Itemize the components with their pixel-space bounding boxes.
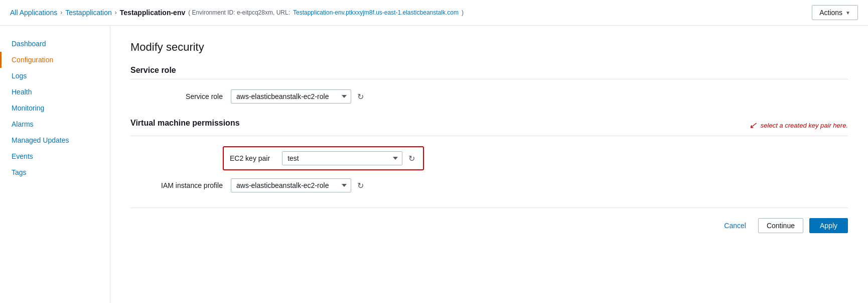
refresh-icon-ec2 [408,154,415,163]
iam-instance-profile-refresh-button[interactable] [355,179,366,192]
chevron-down-icon: ▼ [845,10,850,16]
ec2-key-pair-label: EC2 key pair [230,154,276,162]
breadcrumb-env-meta-suffix: ) [462,9,464,16]
continue-button[interactable]: Continue [758,218,803,233]
iam-instance-profile-select[interactable]: aws-elasticbeanstalk-ec2-role [231,178,351,192]
service-role-section: Service role Service role aws-elasticbea… [130,66,848,104]
iam-instance-profile-label: IAM instance profile [130,181,231,189]
vm-permissions-section: Virtual machine permissions ↙ select a c… [130,119,848,192]
breadcrumb-all-apps[interactable]: All Applications [10,9,57,17]
breadcrumb-env: Testapplication-env [120,9,185,17]
sidebar: Dashboard Configuration Logs Health Moni… [0,26,110,303]
service-role-row: Service role aws-elasticbeanstalk-ec2-ro… [130,89,848,104]
service-role-control: aws-elasticbeanstalk-ec2-role [231,89,366,104]
sidebar-item-monitoring[interactable]: Monitoring [0,100,110,116]
action-bar: Cancel Continue Apply [130,208,848,243]
ec2-key-pair-select[interactable]: test [282,151,402,165]
service-role-refresh-button[interactable] [355,90,366,104]
actions-button[interactable]: Actions ▼ [812,5,858,20]
ec2-key-pair-refresh-button[interactable] [406,152,417,165]
sidebar-item-managed-updates[interactable]: Managed Updates [0,132,110,148]
main-layout: Dashboard Configuration Logs Health Moni… [0,26,868,303]
sidebar-item-dashboard[interactable]: Dashboard [0,36,110,52]
actions-label: Actions [819,9,842,17]
service-role-divider [130,79,848,79]
apply-button[interactable]: Apply [809,218,848,233]
annotation: ↙ select a created key pair here. [749,120,848,131]
ec2-key-pair-row: EC2 key pair test [223,146,424,170]
sidebar-item-tags[interactable]: Tags [0,164,110,180]
service-role-select[interactable]: aws-elasticbeanstalk-ec2-role [231,89,351,104]
annotation-text: select a created key pair here. [761,122,848,129]
breadcrumb: All Applications › Testapplication › Tes… [10,9,464,17]
breadcrumb-env-url[interactable]: Testapplication-env.ptkxxyjm8f.us-east-1… [293,9,459,16]
sidebar-item-alarms[interactable]: Alarms [0,116,110,132]
sidebar-item-health[interactable]: Health [0,84,110,100]
vm-permissions-section-title: Virtual machine permissions [130,119,240,128]
sidebar-item-events[interactable]: Events [0,148,110,164]
refresh-icon [357,92,364,102]
vm-permissions-header: Virtual machine permissions ↙ select a c… [130,119,848,132]
breadcrumb-sep-2: › [115,9,117,16]
ec2-key-pair-control: test [282,151,417,165]
sidebar-item-configuration[interactable]: Configuration [0,52,110,68]
refresh-icon-iam [357,181,364,190]
vm-permissions-divider [130,136,848,136]
page-title: Modify security [130,41,848,54]
sidebar-item-logs[interactable]: Logs [0,68,110,84]
top-bar: All Applications › Testapplication › Tes… [0,0,868,26]
cancel-button[interactable]: Cancel [718,219,752,233]
breadcrumb-env-meta-prefix: ( Environment ID: e-eitpcq28xm, URL: [188,9,290,16]
service-role-section-title: Service role [130,66,848,75]
iam-instance-profile-row: IAM instance profile aws-elasticbeanstal… [130,178,848,192]
iam-instance-profile-control: aws-elasticbeanstalk-ec2-role [231,178,366,192]
breadcrumb-app[interactable]: Testapplication [65,9,112,17]
service-role-label: Service role [130,92,231,100]
breadcrumb-sep-1: › [60,9,62,16]
main-content: Modify security Service role Service rol… [110,26,868,303]
annotation-arrow-icon: ↙ [749,120,757,131]
